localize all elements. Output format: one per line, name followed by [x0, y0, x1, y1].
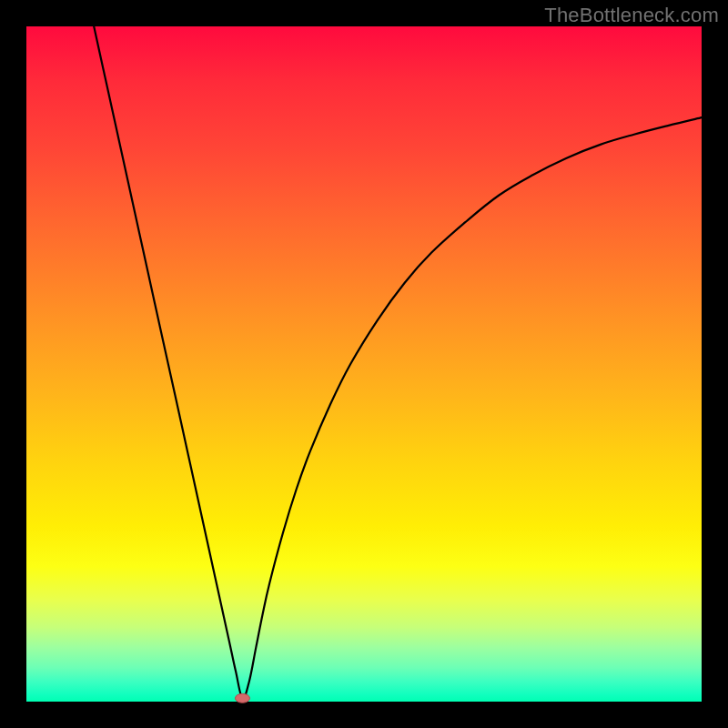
plot-area: [26, 26, 702, 702]
chart-svg: [26, 26, 702, 702]
chart-frame: TheBottleneck.com: [0, 0, 728, 728]
watermark-text: TheBottleneck.com: [544, 4, 719, 27]
minimum-marker: [235, 693, 249, 703]
bottleneck-curve: [94, 26, 702, 699]
